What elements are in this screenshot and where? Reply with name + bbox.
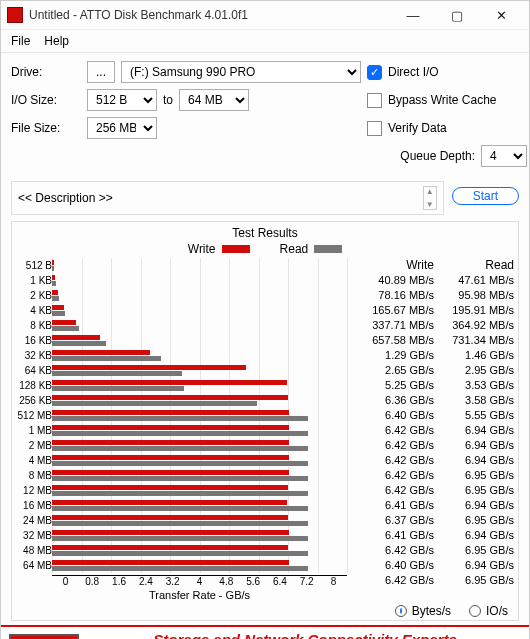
verify-data-label: Verify Data (388, 121, 447, 135)
menu-file[interactable]: File (11, 34, 30, 48)
xtick: 1.6 (106, 576, 133, 587)
legend: Write Read (16, 242, 514, 256)
write-value: 5.25 GB/s (385, 378, 434, 393)
read-value: 731.34 MB/s (452, 333, 514, 348)
drive-select[interactable]: (F:) Samsung 990 PRO (121, 61, 361, 83)
write-value: 6.42 GB/s (385, 483, 434, 498)
minimize-button[interactable]: — (391, 1, 435, 29)
window-title: Untitled - ATTO Disk Benchmark 4.01.0f1 (29, 8, 391, 22)
bar-row (52, 558, 347, 573)
units-ios[interactable]: IO/s (469, 604, 508, 618)
queue-depth-label: Queue Depth: (400, 149, 475, 163)
read-bar (52, 266, 54, 271)
drive-browse-button[interactable]: ... (87, 61, 115, 83)
file-size-select[interactable]: 256 MB (87, 117, 157, 139)
read-bar (52, 356, 161, 361)
bar-row (52, 363, 347, 378)
verify-data-checkbox[interactable] (367, 121, 382, 136)
write-bar (52, 380, 287, 385)
ylabel: 1 MB (29, 423, 52, 438)
ylabel: 512 MB (18, 408, 52, 423)
bar-row (52, 513, 347, 528)
read-value: 6.95 GB/s (465, 468, 514, 483)
write-bar (52, 350, 150, 355)
write-bar (52, 500, 287, 505)
bar-row (52, 288, 347, 303)
read-bar (52, 431, 308, 436)
ylabel: 4 MB (29, 453, 52, 468)
bar-row (52, 258, 347, 273)
read-value: 6.94 GB/s (465, 498, 514, 513)
read-bar (52, 281, 56, 286)
results-title: Test Results (16, 226, 514, 240)
ylabel: 2 MB (29, 438, 52, 453)
read-bar (52, 551, 308, 556)
read-bar (52, 371, 182, 376)
io-size-from[interactable]: 512 B (87, 89, 157, 111)
bypass-cache-checkbox[interactable] (367, 93, 382, 108)
io-size-label: I/O Size: (11, 93, 81, 107)
description-field[interactable]: << Description >> ▲▼ (11, 181, 444, 215)
write-value: 6.42 GB/s (385, 468, 434, 483)
xtick: 7.2 (293, 576, 320, 587)
radio-bytes[interactable] (395, 605, 407, 617)
xtick: 0 (52, 576, 79, 587)
write-value: 6.42 GB/s (385, 573, 434, 588)
write-bar (52, 545, 288, 550)
close-button[interactable]: ✕ (479, 1, 523, 29)
write-value: 6.42 GB/s (385, 438, 434, 453)
footer: ATTO Storage and Network Connectivity Ex… (1, 625, 529, 639)
write-value: 6.37 GB/s (385, 513, 434, 528)
write-bar (52, 530, 289, 535)
ylabel: 16 MB (23, 498, 52, 513)
content: Drive: ... (F:) Samsung 990 PRO ✓ Direct… (1, 53, 529, 625)
direct-io-checkbox[interactable]: ✓ (367, 65, 382, 80)
read-bar (52, 476, 308, 481)
menubar: File Help (1, 30, 529, 53)
chart: 512 B1 KB2 KB4 KB8 KB16 KB32 KB64 KB128 … (16, 258, 347, 601)
bar-row (52, 483, 347, 498)
maximize-button[interactable]: ▢ (435, 1, 479, 29)
description-spinner[interactable]: ▲▼ (423, 186, 437, 210)
bypass-cache-label: Bypass Write Cache (388, 93, 497, 107)
bar-row (52, 438, 347, 453)
start-button[interactable]: Start (452, 187, 519, 205)
menu-help[interactable]: Help (44, 34, 69, 48)
bar-row (52, 498, 347, 513)
ylabel: 512 B (26, 258, 52, 273)
ylabel: 32 MB (23, 528, 52, 543)
read-value: 364.92 MB/s (452, 318, 514, 333)
ylabel: 32 KB (25, 348, 52, 363)
results-table: Write40.89 MB/s78.16 MB/s165.67 MB/s337.… (354, 258, 514, 601)
app-window: Untitled - ATTO Disk Benchmark 4.01.0f1 … (0, 0, 530, 639)
read-bar (52, 311, 65, 316)
direct-io-label: Direct I/O (388, 65, 439, 79)
bar-row (52, 303, 347, 318)
xtick: 2.4 (132, 576, 159, 587)
xtick: 6.4 (267, 576, 294, 587)
ylabel: 8 MB (29, 468, 52, 483)
bar-row (52, 423, 347, 438)
read-value: 6.94 GB/s (465, 423, 514, 438)
queue-depth-select[interactable]: 4 (481, 145, 527, 167)
read-bar (52, 296, 59, 301)
file-size-label: File Size: (11, 121, 81, 135)
write-value: 78.16 MB/s (378, 288, 434, 303)
read-bar (52, 401, 257, 406)
write-value: 6.42 GB/s (385, 423, 434, 438)
read-value: 5.55 GB/s (465, 408, 514, 423)
xtick: 0.8 (79, 576, 106, 587)
io-to-label: to (163, 93, 173, 107)
write-bar (52, 260, 54, 265)
ylabel: 48 MB (23, 543, 52, 558)
read-bar (52, 446, 308, 451)
bar-row (52, 468, 347, 483)
read-value: 3.53 GB/s (465, 378, 514, 393)
bar-row (52, 333, 347, 348)
radio-ios[interactable] (469, 605, 481, 617)
read-bar (52, 386, 184, 391)
io-size-to[interactable]: 64 MB (179, 89, 249, 111)
read-value: 6.94 GB/s (465, 438, 514, 453)
atto-logo: ATTO (9, 634, 79, 640)
units-bytes[interactable]: Bytes/s (395, 604, 451, 618)
